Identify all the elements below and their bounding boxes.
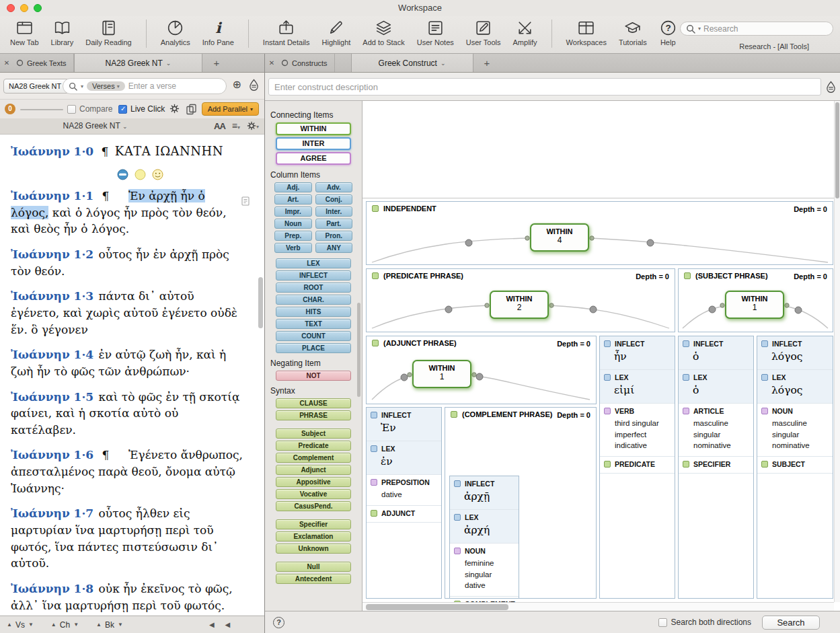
display-settings-button[interactable]: ≡▾ bbox=[232, 120, 240, 131]
detach-icon[interactable] bbox=[13, 54, 26, 72]
within-connector[interactable]: WITHIN 1 bbox=[412, 360, 471, 388]
font-size-button[interactable]: AA bbox=[214, 121, 225, 131]
pos-item-button[interactable]: Impr. bbox=[274, 207, 312, 217]
column-item-button[interactable]: PLACE bbox=[276, 343, 351, 353]
compare-checkbox[interactable] bbox=[67, 105, 76, 114]
close-icon[interactable]: ✕ bbox=[0, 54, 13, 72]
function-cell[interactable]: SUBJECT bbox=[757, 457, 833, 474]
not-item-button[interactable]: NOT bbox=[276, 371, 351, 381]
text-title-dropdown[interactable]: NA28 Greek NT ⌄ bbox=[0, 121, 190, 131]
amplify-button[interactable]: Amplify bbox=[507, 16, 543, 46]
canvas-vertical-scrollbar[interactable] bbox=[834, 101, 840, 602]
verse-search-field[interactable]: ▾ Verses ▾ bbox=[63, 78, 227, 94]
inter-item-button[interactable]: INTER bbox=[276, 137, 351, 150]
help-circle-icon[interactable]: ? bbox=[273, 617, 284, 628]
column-item-button[interactable]: HITS bbox=[276, 307, 351, 317]
step-down-icon[interactable]: ▼ bbox=[28, 622, 34, 628]
research-search-field[interactable]: ▾ bbox=[680, 22, 833, 36]
cross-reference-icon[interactable] bbox=[241, 196, 250, 206]
tab-group-constructs[interactable]: Constructs bbox=[291, 54, 335, 72]
search-button[interactable]: Search bbox=[762, 616, 820, 630]
column-item-button[interactable]: ROOT bbox=[276, 283, 351, 293]
back-icon[interactable]: ◀ bbox=[225, 621, 231, 628]
research-input[interactable] bbox=[703, 24, 827, 34]
syntax-item-button[interactable]: Subject bbox=[276, 429, 351, 439]
parallel-panes-icon[interactable] bbox=[186, 104, 197, 115]
verse-input[interactable] bbox=[128, 81, 221, 91]
function-cell[interactable]: PREDICATE bbox=[600, 457, 675, 474]
column-item-button[interactable]: INFLECT bbox=[276, 270, 351, 281]
module-selector-button[interactable]: NA28 Greek NT ▾ bbox=[3, 79, 72, 94]
column-item-button[interactable]: LEX bbox=[276, 258, 351, 268]
palette-scrollbar-thumb[interactable] bbox=[357, 303, 360, 397]
back-icon[interactable]: ◀ bbox=[209, 621, 215, 628]
add-tab-icon[interactable]: + bbox=[484, 57, 490, 69]
detach-icon[interactable] bbox=[278, 54, 291, 72]
inflect-cell[interactable]: INFLECT Ἐν bbox=[367, 408, 441, 441]
subject-phrase-panel[interactable]: (SUBJECT PHRASE) Depth = 0 WITHIN 1 bbox=[678, 268, 833, 332]
syntax-item-button[interactable]: Vocative bbox=[276, 489, 351, 499]
within-connector[interactable]: WITHIN 2 bbox=[490, 291, 549, 319]
add-tab-icon[interactable]: + bbox=[213, 57, 219, 69]
pos-cell[interactable]: VERB third singular imperfect indicative bbox=[600, 404, 675, 457]
tab-group-greek-texts[interactable]: Greek Texts bbox=[26, 54, 74, 72]
step-down-icon[interactable]: ▼ bbox=[73, 622, 79, 628]
pos-cell[interactable]: NOUN feminine singular dative bbox=[450, 544, 519, 597]
syntax-item-button[interactable]: PHRASE bbox=[276, 410, 351, 420]
within-connector[interactable]: WITHIN 1 bbox=[725, 291, 784, 319]
user-tools-button[interactable]: User Tools bbox=[460, 16, 507, 46]
step-up-icon[interactable]: ▲ bbox=[96, 622, 102, 628]
analytics-button[interactable]: Analytics bbox=[155, 16, 196, 46]
column-item-button[interactable]: COUNT bbox=[276, 331, 351, 341]
scrollbar-thumb[interactable] bbox=[366, 604, 508, 610]
predicate-phrase-panel[interactable]: (PREDICATE PHRASE) Depth = 0 WITHIN 2 bbox=[366, 268, 675, 332]
syntax-item-button[interactable]: Complement bbox=[276, 453, 351, 463]
pos-item-button[interactable]: Adv. bbox=[315, 182, 353, 192]
adjunct-phrase-panel[interactable]: (ADJUNCT PHRASE) Depth = 0 WITHIN 1 bbox=[366, 336, 597, 404]
syntax-item-button[interactable]: CLAUSE bbox=[276, 398, 351, 408]
info-pane-button[interactable]: i Info Pane bbox=[196, 16, 240, 46]
pos-cell[interactable]: PREPOSITION dative bbox=[367, 475, 441, 506]
step-up-icon[interactable]: ▲ bbox=[7, 622, 12, 628]
new-tab-button[interactable]: New Tab bbox=[4, 16, 45, 46]
lex-cell[interactable]: LEX ἐν bbox=[367, 441, 441, 475]
syntax-item-button[interactable]: Predicate bbox=[276, 441, 351, 451]
lex-cell[interactable]: LEX εἰμί bbox=[600, 370, 675, 404]
pos-item-button[interactable]: Art. bbox=[274, 194, 312, 204]
yellow-circle-icon[interactable] bbox=[135, 169, 146, 181]
column-item-button[interactable]: CHAR. bbox=[276, 295, 351, 305]
function-cell[interactable]: SPECIFIER bbox=[679, 457, 753, 474]
syntax-item-button[interactable]: Exclamation bbox=[276, 531, 351, 542]
smiley-icon[interactable] bbox=[152, 169, 163, 181]
workspaces-button[interactable]: Workspaces bbox=[560, 16, 613, 46]
scrollbar-thumb[interactable] bbox=[835, 102, 839, 198]
chevron-down-icon[interactable]: ▾ bbox=[81, 83, 83, 89]
add-search-icon[interactable]: ⊕ bbox=[233, 79, 241, 90]
add-to-stack-button[interactable]: Add to Stack bbox=[356, 16, 410, 46]
chevron-down-icon[interactable]: ▾ bbox=[698, 26, 701, 32]
inflect-cell[interactable]: INFLECT ἦν bbox=[600, 336, 675, 370]
syntax-item-button[interactable]: CasusPend. bbox=[276, 501, 351, 511]
search-history-icon[interactable] bbox=[249, 79, 259, 91]
daily-reading-button[interactable]: Daily Reading bbox=[79, 16, 137, 46]
gear-icon[interactable] bbox=[169, 104, 180, 114]
pos-item-button[interactable]: Noun bbox=[274, 219, 312, 229]
add-parallel-button[interactable]: Add Parallel ▾ bbox=[202, 102, 259, 116]
live-click-checkbox[interactable] bbox=[118, 105, 127, 114]
pos-item-button[interactable]: Adj. bbox=[274, 182, 312, 192]
pos-item-button[interactable]: ANY bbox=[315, 243, 353, 253]
inflect-cell[interactable]: INFLECT ὁ bbox=[679, 336, 753, 370]
complement-phrase-panel[interactable]: (COMPLEMENT PHRASE) Depth = 0 INFLECT ἀρ… bbox=[445, 407, 597, 599]
pos-item-button[interactable]: Prep. bbox=[274, 231, 312, 241]
within-connector[interactable]: WITHIN 4 bbox=[530, 223, 589, 252]
function-cell[interactable]: ADJUNCT bbox=[367, 506, 441, 523]
pane-settings-button[interactable]: ▾ bbox=[247, 121, 259, 131]
syntax-item-button[interactable]: Unknown bbox=[276, 544, 351, 554]
tab-greek-construct[interactable]: Greek Construct ⌄ bbox=[351, 54, 473, 72]
independent-clause-panel[interactable]: INDEPENDENT Depth = 0 WITHIN 4 bbox=[366, 201, 833, 265]
pos-item-button[interactable]: Verb bbox=[274, 243, 312, 253]
pos-item-button[interactable]: Inter. bbox=[315, 207, 353, 217]
pos-item-button[interactable]: Conj. bbox=[315, 194, 353, 204]
instant-details-button[interactable]: Instant Details bbox=[257, 16, 316, 46]
lex-cell[interactable]: LEX ὁ bbox=[679, 370, 753, 404]
